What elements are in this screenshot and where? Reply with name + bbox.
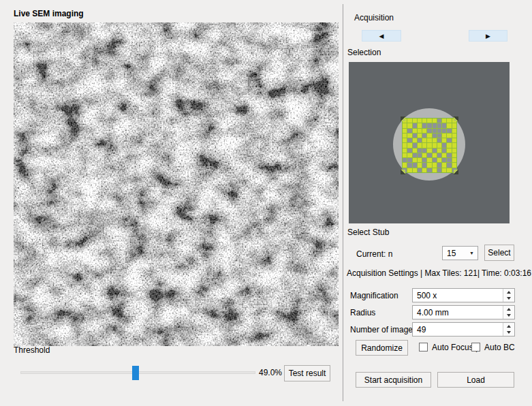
tile[interactable] — [433, 138, 437, 142]
tile[interactable] — [422, 153, 426, 157]
threshold-slider[interactable] — [20, 371, 255, 374]
tile[interactable] — [422, 119, 426, 123]
spin-down-button[interactable] — [503, 313, 514, 319]
tile[interactable] — [422, 134, 426, 138]
tile[interactable] — [407, 138, 411, 142]
tile[interactable] — [413, 119, 417, 123]
tile[interactable] — [413, 138, 417, 142]
tile[interactable] — [407, 153, 411, 157]
tile[interactable] — [442, 149, 446, 153]
spin-up-button[interactable] — [503, 289, 514, 296]
selection-handle-top-left[interactable] — [401, 116, 405, 121]
tile[interactable] — [413, 168, 417, 172]
selection-handle-bottom-left[interactable] — [401, 170, 405, 174]
tile[interactable] — [403, 143, 407, 147]
tile[interactable] — [418, 158, 422, 162]
tile[interactable] — [442, 138, 446, 142]
tile[interactable] — [413, 149, 417, 153]
tile[interactable] — [437, 158, 441, 162]
tile[interactable] — [437, 123, 441, 127]
tile[interactable] — [442, 158, 446, 162]
tile[interactable] — [403, 153, 407, 157]
tile[interactable] — [437, 153, 441, 157]
threshold-slider-handle[interactable] — [132, 366, 139, 380]
tile[interactable] — [427, 149, 431, 153]
spin-up-button[interactable] — [503, 323, 514, 330]
tile[interactable] — [452, 123, 456, 127]
tile[interactable] — [413, 129, 417, 133]
tile[interactable] — [437, 138, 441, 142]
spin-down-button[interactable] — [503, 330, 514, 337]
tile[interactable] — [437, 168, 441, 172]
tile[interactable] — [427, 123, 431, 127]
tile[interactable] — [437, 163, 441, 167]
tile[interactable] — [433, 153, 437, 157]
tile[interactable] — [433, 134, 437, 138]
tile[interactable] — [442, 143, 446, 147]
acquisition-next-button[interactable]: ▶ — [469, 30, 507, 42]
tile[interactable] — [413, 123, 417, 127]
tile[interactable] — [433, 149, 437, 153]
tile[interactable] — [407, 129, 411, 133]
tile[interactable] — [442, 134, 446, 138]
selection-handle-top-right[interactable] — [454, 116, 458, 121]
tile[interactable] — [418, 153, 422, 157]
tile[interactable] — [442, 168, 446, 172]
tile[interactable] — [418, 138, 422, 142]
radius-value[interactable]: 4.00 mm — [413, 308, 503, 317]
select-stub-button[interactable]: Select — [484, 245, 514, 261]
tile[interactable] — [447, 163, 451, 167]
selection-view[interactable] — [349, 62, 510, 223]
tile[interactable] — [407, 149, 411, 153]
number-of-images-value[interactable]: 49 — [413, 325, 503, 334]
tile[interactable] — [452, 153, 456, 157]
tile[interactable] — [407, 168, 411, 172]
tile[interactable] — [442, 153, 446, 157]
tile[interactable] — [403, 134, 407, 138]
magnification-field[interactable]: 500 x — [412, 288, 515, 302]
tile[interactable] — [403, 123, 407, 127]
tile[interactable] — [433, 143, 437, 147]
tile[interactable] — [447, 158, 451, 162]
tile[interactable] — [422, 149, 426, 153]
tile[interactable] — [403, 129, 407, 133]
tile[interactable] — [433, 119, 437, 123]
auto-focus-checkbox[interactable] — [419, 343, 428, 352]
tile[interactable] — [452, 149, 456, 153]
auto-bc-checkbox[interactable] — [471, 343, 480, 352]
selection-handle-bottom-right[interactable] — [454, 170, 458, 174]
tile[interactable] — [413, 143, 417, 147]
tile[interactable] — [447, 138, 451, 142]
tile[interactable] — [437, 129, 441, 133]
radius-field[interactable]: 4.00 mm — [412, 305, 515, 319]
tile[interactable] — [427, 153, 431, 157]
tile[interactable] — [433, 163, 437, 167]
randomize-button[interactable]: Randomize — [356, 340, 408, 356]
tile[interactable] — [447, 119, 451, 123]
tile[interactable] — [427, 158, 431, 162]
tile[interactable] — [418, 143, 422, 147]
tile[interactable] — [442, 163, 446, 167]
tile[interactable] — [413, 158, 417, 162]
tile[interactable] — [407, 123, 411, 127]
tile[interactable] — [437, 143, 441, 147]
tile[interactable] — [422, 163, 426, 167]
tile[interactable] — [403, 149, 407, 153]
tile[interactable] — [442, 129, 446, 133]
tile[interactable] — [447, 149, 451, 153]
tile[interactable] — [447, 129, 451, 133]
tile[interactable] — [407, 119, 411, 123]
tile[interactable] — [403, 158, 407, 162]
tile[interactable] — [418, 134, 422, 138]
tile[interactable] — [452, 158, 456, 162]
tile[interactable] — [433, 158, 437, 162]
tile[interactable] — [427, 129, 431, 133]
tile[interactable] — [418, 119, 422, 123]
tile[interactable] — [418, 163, 422, 167]
tile[interactable] — [437, 149, 441, 153]
tile[interactable] — [422, 168, 426, 172]
tile[interactable] — [427, 168, 431, 172]
test-result-button[interactable]: Test result — [284, 365, 330, 381]
tile[interactable] — [447, 134, 451, 138]
tile[interactable] — [427, 143, 431, 147]
